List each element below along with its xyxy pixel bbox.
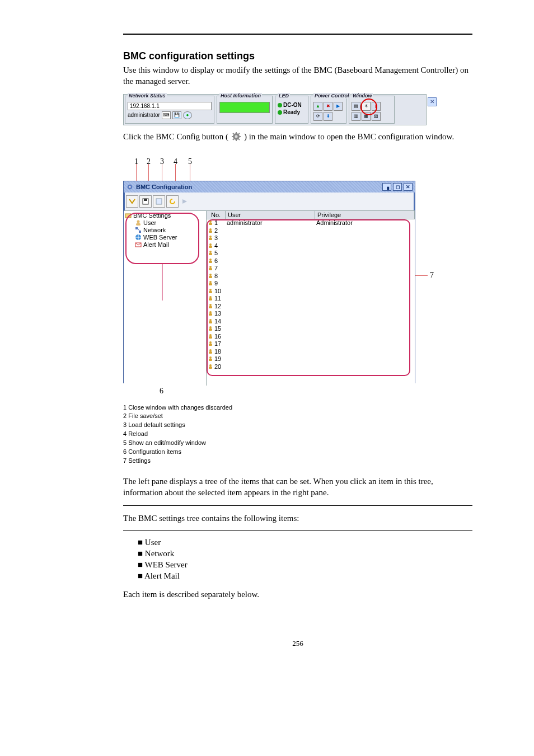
svg-line-9 [233, 139, 234, 140]
legend-3: 3 Load default settings [123, 421, 472, 430]
tree-alertmail[interactable]: Alert Mail [125, 241, 205, 248]
tree-user-label: User [143, 219, 156, 226]
led-ready-label: Ready [283, 109, 300, 115]
table-row[interactable]: 8 [207, 272, 415, 280]
table-row[interactable]: 9 [207, 280, 415, 288]
toolbar-save-button[interactable] [139, 195, 152, 208]
table-row[interactable]: 20 [207, 363, 415, 370]
svg-point-54 [209, 326, 212, 328]
legend-5: 5 Show an edit/modify window [123, 439, 472, 448]
window-max-icon[interactable]: ◻ [393, 183, 402, 191]
col-user[interactable]: User [226, 211, 315, 219]
user-row-icon [208, 341, 213, 346]
table-row[interactable]: 10 [207, 287, 415, 295]
col-no[interactable]: No. [207, 211, 226, 219]
svg-point-34 [209, 251, 212, 253]
keyboard-icon: ⌨ [162, 111, 171, 119]
legend-4: 4 Reload [123, 430, 472, 439]
table-row[interactable]: 5 [207, 250, 415, 257]
svg-point-30 [209, 236, 212, 238]
power-on-icon[interactable]: ▲ [313, 102, 322, 111]
svg-point-28 [209, 228, 212, 231]
close-icon[interactable]: ✕ [428, 97, 437, 106]
tree-description: The left pane displays a tree of the ite… [123, 476, 472, 499]
svg-rect-59 [209, 344, 212, 346]
table-row[interactable]: 19 [207, 355, 415, 363]
led-dot-icon [278, 103, 282, 107]
user-row-icon [208, 326, 213, 331]
power-off-icon[interactable]: ✖ [324, 102, 332, 111]
table-row[interactable]: 13 [207, 310, 415, 318]
user-row-icon [208, 334, 213, 339]
table-row[interactable]: 3 [207, 234, 415, 242]
summary-text: The BMC settings tree contains the follo… [123, 513, 472, 524]
callout-circle [360, 98, 377, 115]
status-dot-icon: ● [183, 111, 192, 119]
legend-2: 2 File save/set [123, 412, 472, 421]
table-row[interactable]: 4 [207, 242, 415, 250]
window-a-icon[interactable]: ▥ [352, 112, 360, 121]
table-row[interactable]: 14 [207, 317, 415, 325]
tree-alert-label: Alert Mail [143, 241, 169, 248]
window-title: BMC Configuration [136, 184, 192, 190]
globe-icon [135, 234, 142, 241]
toolbar-reload-button[interactable] [166, 195, 179, 208]
svg-rect-27 [209, 223, 212, 225]
svg-marker-15 [182, 199, 187, 204]
window-min-icon[interactable]: ▗ [382, 183, 391, 191]
item-alert: ■ Alert Mail [138, 571, 472, 581]
svg-rect-37 [209, 261, 212, 263]
legend-7: 7 Settings [123, 457, 472, 466]
intro-text: Use this window to display or modify the… [123, 64, 472, 87]
window-close-icon[interactable]: ✕ [404, 183, 413, 191]
table-row[interactable]: 11 [207, 295, 415, 303]
settings-tree[interactable]: BMC Settings User Network WEB Server [124, 211, 207, 386]
svg-rect-53 [209, 321, 212, 323]
window-kvm-icon[interactable]: ▤ [352, 102, 360, 111]
tree-root[interactable]: BMC Settings [125, 212, 205, 219]
tree-webserver[interactable]: WEB Server [125, 234, 205, 241]
svg-line-6 [233, 133, 234, 134]
table-row[interactable]: 17 [207, 340, 415, 348]
power-cycle-icon[interactable]: ▶ [334, 102, 343, 111]
svg-rect-16 [125, 214, 131, 218]
user-row-icon [208, 273, 213, 279]
col-priv[interactable]: Privilege [315, 211, 415, 219]
window-titlebar[interactable]: BMC Configuration ▗ ◻ ✕ [124, 181, 415, 192]
item-network: ■ Network [138, 549, 472, 558]
table-row[interactable]: 1administratorAdministrator [207, 219, 415, 227]
table-row[interactable]: 12 [207, 302, 415, 310]
toolbar-close-discard-button[interactable] [126, 195, 138, 208]
svg-line-7 [238, 139, 240, 140]
svg-point-60 [209, 349, 212, 351]
tree-network[interactable]: Network [125, 227, 205, 234]
table-row[interactable]: 7 [207, 265, 415, 273]
svg-point-56 [209, 334, 212, 336]
callout-line [414, 275, 428, 276]
table-row[interactable]: 2 [207, 227, 415, 234]
svg-rect-63 [209, 359, 212, 361]
item-desc: Each item is described separately below. [123, 589, 472, 600]
power-dump-icon[interactable]: ⬇ [324, 112, 332, 121]
svg-rect-55 [209, 328, 212, 331]
network-icon [135, 227, 142, 233]
table-row[interactable]: 16 [207, 332, 415, 340]
tree-root-label: BMC Settings [133, 212, 171, 219]
toolbar-default-button[interactable] [153, 195, 165, 208]
svg-rect-18 [136, 223, 140, 226]
gear-icon [126, 183, 134, 191]
legend-1: 1 Close window with changes discarded [123, 403, 472, 412]
bmc-config-window: BMC Configuration ▗ ◻ ✕ BMC Settin [123, 181, 415, 383]
svg-point-52 [209, 319, 212, 321]
table-row[interactable]: 6 [207, 257, 415, 265]
user-row-icon [208, 318, 213, 324]
toolbar-edit-button[interactable] [180, 196, 191, 207]
user-row-icon [208, 356, 213, 361]
power-reset-icon[interactable]: ⟳ [313, 112, 322, 121]
table-row[interactable]: 15 [207, 325, 415, 333]
tree-user[interactable]: User [125, 219, 205, 227]
svg-rect-31 [209, 238, 212, 240]
ip-address: 192.168.1.1 [128, 102, 212, 110]
heading-bmc-config: BMC configuration settings [123, 50, 472, 62]
table-row[interactable]: 18 [207, 348, 415, 355]
